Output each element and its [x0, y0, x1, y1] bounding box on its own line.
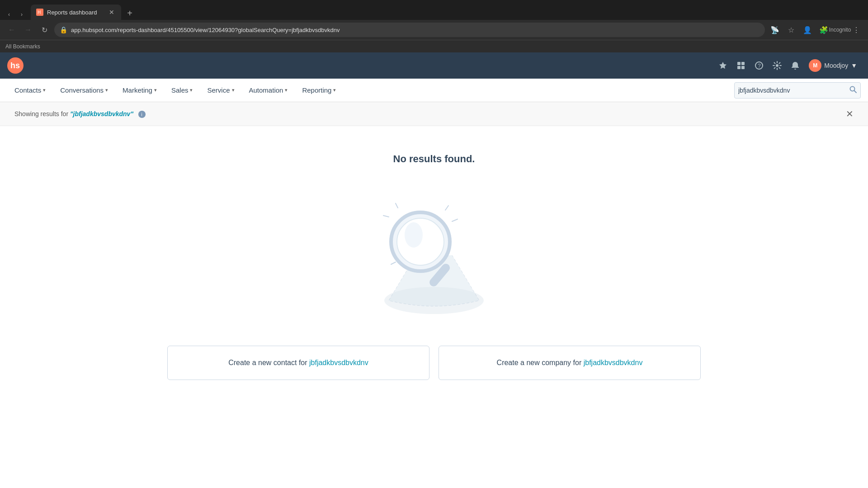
marketplace-icon[interactable]: [733, 57, 749, 74]
tab-title: Reports dashboard: [47, 9, 104, 16]
bookmark-icon[interactable]: ☆: [785, 23, 797, 36]
browser-chrome: ‹ › H Reports dashboard ✕ + ← → ↻ 🔒 📡 ☆: [0, 0, 868, 52]
svg-text:hs: hs: [10, 61, 20, 70]
no-results-title: No results found.: [393, 153, 475, 165]
bookmarks-bar: All Bookmarks: [0, 40, 868, 52]
nav-item-contacts[interactable]: Contacts ▾: [7, 79, 53, 102]
search-info-prefix: Showing results for: [14, 110, 70, 117]
tab-favicon: H: [36, 9, 43, 16]
create-contact-label: Create a new contact for jbfjadkbvsdbvkd…: [179, 359, 418, 367]
create-company-label: Create a new company for jbfjadkbvsdbvkd…: [450, 359, 689, 367]
tab-nav-left[interactable]: ‹: [4, 9, 14, 20]
tab-bar: ‹ › H Reports dashboard ✕ +: [0, 0, 868, 20]
cast-icon[interactable]: 📡: [769, 23, 781, 36]
svg-text:H: H: [38, 10, 41, 15]
create-contact-card[interactable]: Create a new contact for jbfjadkbvsdbvkd…: [167, 346, 429, 380]
create-company-prefix: Create a new company for: [497, 359, 584, 366]
svg-text:?: ?: [758, 63, 761, 69]
main-navigation: Contacts ▾ Conversations ▾ Marketing ▾ S…: [0, 79, 868, 102]
svg-point-10: [776, 64, 778, 67]
incognito-label: Incognito: [834, 23, 846, 36]
extensions-icon[interactable]: 🧩: [817, 23, 830, 36]
chevron-down-icon: ▾: [333, 87, 336, 93]
refresh-button[interactable]: ↻: [38, 23, 51, 36]
svg-line-18: [396, 203, 398, 208]
browser-toolbar: ← → ↻ 🔒 📡 ☆ 👤 🧩 Incognito ⋮: [0, 20, 868, 40]
tab-nav-right[interactable]: ›: [16, 9, 27, 20]
search-results-area: Showing results for "jbfjadkbvsdbvkdnv" …: [0, 102, 868, 488]
nav-item-sales[interactable]: Sales ▾: [164, 79, 200, 102]
forward-button[interactable]: →: [22, 23, 34, 36]
search-icon[interactable]: [849, 86, 857, 95]
username: Moodjoy: [824, 62, 848, 69]
url-input[interactable]: [71, 27, 760, 33]
svg-line-19: [383, 216, 389, 217]
svg-rect-5: [741, 62, 745, 65]
chevron-down-icon: ▾: [232, 87, 235, 93]
topnav-right-actions: ? M Moodjoy ▼: [715, 57, 861, 74]
create-company-card[interactable]: Create a new company for jbfjadkbvsdbvkd…: [439, 346, 701, 380]
menu-icon[interactable]: ⋮: [850, 23, 863, 36]
close-search-button[interactable]: ✕: [846, 108, 854, 119]
no-results-container: No results found.: [0, 126, 868, 337]
profile-icon[interactable]: 👤: [801, 23, 814, 36]
user-dropdown-chevron: ▼: [851, 62, 857, 69]
no-results-illustration: [362, 183, 506, 319]
settings-icon[interactable]: [769, 57, 785, 74]
info-icon[interactable]: i: [138, 111, 146, 118]
chevron-down-icon: ▾: [105, 87, 108, 93]
chevron-down-icon: ▾: [154, 87, 157, 93]
svg-rect-4: [737, 62, 741, 65]
create-contact-query: jbfjadkbvsdbvkdnv: [309, 359, 368, 366]
bookmarks-label[interactable]: All Bookmarks: [5, 43, 40, 50]
new-tab-button[interactable]: +: [123, 6, 137, 20]
create-company-query: jbfjadkbvsdbvkdnv: [584, 359, 643, 366]
nav-item-marketing[interactable]: Marketing ▾: [115, 79, 164, 102]
search-info-text: Showing results for "jbfjadkbvsdbvkdnv" …: [14, 110, 146, 118]
tab-close-button[interactable]: ✕: [108, 8, 116, 16]
search-input[interactable]: [738, 87, 847, 94]
chevron-down-icon: ▾: [190, 87, 193, 93]
search-info-bar: Showing results for "jbfjadkbvsdbvkdnv" …: [0, 102, 868, 126]
global-search-bar[interactable]: [734, 82, 861, 99]
upgrade-icon[interactable]: [715, 57, 731, 74]
svg-line-21: [452, 219, 458, 221]
address-bar[interactable]: 🔒: [54, 23, 765, 37]
hubspot-logo[interactable]: hs: [7, 57, 24, 74]
user-menu-button[interactable]: M Moodjoy ▼: [805, 57, 861, 74]
svg-line-12: [854, 90, 857, 93]
nav-item-service[interactable]: Service ▾: [200, 79, 241, 102]
nav-item-automation[interactable]: Automation ▾: [242, 79, 295, 102]
toolbar-actions: 📡 ☆ 👤 🧩 Incognito ⋮: [769, 23, 863, 36]
svg-point-17: [405, 222, 423, 248]
lock-icon: 🔒: [60, 26, 67, 33]
create-contact-prefix: Create a new contact for: [228, 359, 309, 366]
chevron-down-icon: ▾: [43, 87, 46, 93]
main-nav-items: Contacts ▾ Conversations ▾ Marketing ▾ S…: [7, 79, 343, 102]
svg-rect-7: [741, 66, 745, 69]
active-tab[interactable]: H Reports dashboard ✕: [31, 5, 121, 20]
chevron-down-icon: ▾: [285, 87, 288, 93]
notifications-icon[interactable]: [787, 57, 803, 74]
top-navigation: hs ? M Moodjoy ▼: [0, 52, 868, 79]
search-query-display: jbfjadkbvsdbvkdnv: [73, 110, 131, 117]
svg-line-20: [445, 206, 448, 210]
avatar: M: [809, 59, 821, 72]
nav-item-reporting[interactable]: Reporting ▾: [295, 79, 343, 102]
svg-rect-6: [737, 66, 741, 69]
back-button[interactable]: ←: [5, 23, 18, 36]
hubspot-app: hs ? M Moodjoy ▼: [0, 52, 868, 488]
svg-line-22: [391, 262, 396, 264]
action-cards: Create a new contact for jbfjadkbvsdbvkd…: [0, 337, 868, 389]
nav-item-conversations[interactable]: Conversations ▾: [53, 79, 115, 102]
help-icon[interactable]: ?: [751, 57, 767, 74]
